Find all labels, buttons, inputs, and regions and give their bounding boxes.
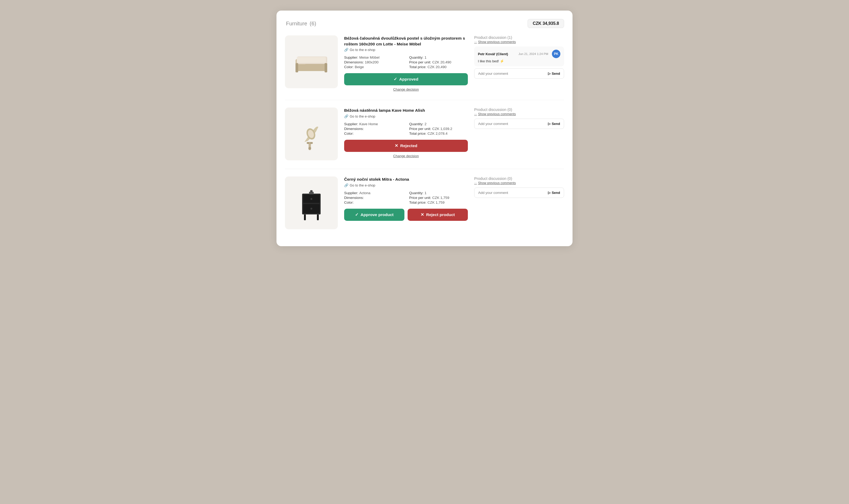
svg-point-11 — [308, 147, 312, 150]
product-meta: Supplier: Kave Home Quantity: 2 Dimensio… — [344, 122, 468, 136]
price-per-unit-field: Price per unit: CZK 1,039.2 — [409, 127, 468, 131]
comment-input[interactable] — [475, 188, 544, 198]
total-price-field: Total price: CZK 20,490 — [409, 65, 468, 69]
discussion-panel: Product discussion (0) ··· Show previous… — [474, 108, 564, 129]
product-details: Černý noční stolek Mitra - Actona 🔗 Go t… — [344, 177, 468, 225]
product-meta: Supplier: Actona Quantity: 1 Dimensions:… — [344, 191, 468, 204]
product-row: Béžová nástěnná lampa Kave Home Alish 🔗 … — [285, 108, 564, 160]
dots-icon: ··· — [474, 112, 477, 116]
approved-button[interactable]: ✓ Approved — [344, 73, 468, 85]
comment-author: Petr Kovář (Client) — [478, 52, 508, 56]
product-name: Černý noční stolek Mitra - Actona — [344, 177, 468, 182]
price-per-unit-field: Price per unit: CZK 1,759 — [409, 196, 468, 200]
send-button[interactable]: ▷ Send — [544, 120, 564, 128]
send-button[interactable]: ▷ Send — [544, 188, 564, 197]
send-icon: ▷ — [548, 191, 551, 195]
link-icon: 🔗 — [344, 48, 348, 52]
comment-input-row: ▷ Send — [474, 187, 564, 198]
product-details: Béžová nástěnná lampa Kave Home Alish 🔗 … — [344, 108, 468, 158]
comment-text: I like this bed! ⚡ — [478, 59, 560, 63]
supplier-field: Supplier: Actona — [344, 191, 403, 195]
color-field: Color: — [344, 200, 403, 204]
main-card: Furniture (6) CZK 34,935.8 Béžová čaloun… — [277, 11, 572, 246]
product-row: Černý noční stolek Mitra - Actona 🔗 Go t… — [285, 177, 564, 229]
discussion-title: Product discussion (0) — [474, 108, 564, 112]
product-image — [293, 43, 330, 80]
send-button[interactable]: ▷ Send — [544, 70, 564, 78]
quantity-field: Quantity: 1 — [409, 55, 468, 59]
color-field: Color: Beige — [344, 65, 403, 69]
category-name: Furniture — [286, 21, 307, 26]
send-icon: ▷ — [548, 72, 551, 75]
check-icon: ✓ — [355, 212, 358, 217]
show-previous-comments[interactable]: ··· Show previous comments — [474, 181, 564, 185]
product-link[interactable]: 🔗 Go to the e-shop — [344, 183, 468, 187]
link-icon: 🔗 — [344, 114, 348, 118]
total-price-field: Total price: CZK 2,078.4 — [409, 131, 468, 136]
page-title: Furniture (6) — [285, 21, 316, 27]
total-price-field: Total price: CZK 1,759 — [409, 200, 468, 204]
comment-input[interactable] — [475, 69, 544, 78]
divider — [285, 100, 564, 100]
product-details: Béžová čalouněná dvoulůžková postel s úl… — [344, 35, 468, 91]
x-icon: ✕ — [395, 143, 398, 148]
svg-rect-18 — [317, 215, 319, 220]
svg-rect-17 — [304, 215, 306, 220]
show-previous-comments[interactable]: ··· Show previous comments — [474, 40, 564, 44]
link-icon: 🔗 — [344, 183, 348, 187]
product-image-box — [285, 177, 338, 229]
supplier-field: Supplier: Meise Möbel — [344, 55, 403, 59]
rejected-button[interactable]: ✕ Rejected — [344, 140, 468, 152]
approve-product-button[interactable]: ✓ Approve product — [344, 209, 404, 221]
product-image — [293, 184, 330, 221]
dimensions-field: Dimensions: — [344, 127, 403, 131]
product-meta: Supplier: Meise Möbel Quantity: 1 Dimens… — [344, 55, 468, 69]
show-previous-comments[interactable]: ··· Show previous comments — [474, 112, 564, 116]
color-field: Color: — [344, 131, 403, 136]
x-icon: ✕ — [421, 212, 424, 217]
send-icon: ▷ — [548, 122, 551, 126]
product-name: Béžová čalouněná dvoulůžková postel s úl… — [344, 35, 468, 47]
comment-input-row: ▷ Send — [474, 68, 564, 79]
discussion-panel: Product discussion (0) ··· Show previous… — [474, 177, 564, 198]
comment-block: Petr Kovář (Client) Jun 21, 2024 1:24 PM… — [474, 47, 564, 66]
quantity-field: Quantity: 1 — [409, 191, 468, 195]
dimensions-field: Dimensions: — [344, 196, 403, 200]
svg-point-15 — [311, 198, 313, 200]
comment-date: Jun 21, 2024 1:24 PM — [518, 52, 548, 55]
product-name: Béžová nástěnná lampa Kave Home Alish — [344, 108, 468, 113]
discussion-title: Product discussion (0) — [474, 177, 564, 181]
quantity-field: Quantity: 2 — [409, 122, 468, 126]
action-pair: ✓ Approve product ✕ Reject product — [344, 209, 468, 223]
check-icon: ✓ — [393, 77, 397, 82]
svg-rect-5 — [297, 57, 326, 63]
svg-rect-3 — [296, 63, 298, 72]
product-link[interactable]: 🔗 Go to the e-shop — [344, 48, 468, 52]
divider — [285, 169, 564, 169]
comment-header: Petr Kovář (Client) Jun 21, 2024 1:24 PM… — [478, 50, 560, 58]
svg-rect-20 — [310, 190, 313, 193]
supplier-field: Supplier: Kave Home — [344, 122, 403, 126]
product-link[interactable]: 🔗 Go to the e-shop — [344, 114, 468, 118]
total-price-badge: CZK 34,935.8 — [528, 19, 564, 28]
comment-input-row: ▷ Send — [474, 119, 564, 129]
category-count: (6) — [310, 21, 316, 26]
dots-icon: ··· — [474, 181, 477, 185]
dimensions-field: Dimensions: 180x200 — [344, 60, 403, 64]
avatar: PK — [552, 50, 560, 58]
svg-rect-4 — [324, 63, 327, 72]
price-per-unit-field: Price per unit: CZK 20,490 — [409, 60, 468, 64]
change-decision-link[interactable]: Change decision — [344, 87, 468, 91]
product-image — [293, 115, 330, 152]
comment-input[interactable] — [475, 119, 544, 129]
header-row: Furniture (6) CZK 34,935.8 — [285, 19, 564, 28]
change-decision-link[interactable]: Change decision — [344, 154, 468, 158]
svg-point-16 — [311, 208, 313, 210]
product-image-box — [285, 35, 338, 88]
dots-icon: ··· — [474, 40, 477, 44]
product-row: Béžová čalouněná dvoulůžková postel s úl… — [285, 35, 564, 91]
reject-product-button[interactable]: ✕ Reject product — [408, 209, 468, 221]
discussion-panel: Product discussion (1) ··· Show previous… — [474, 35, 564, 79]
discussion-title: Product discussion (1) — [474, 35, 564, 40]
product-image-box — [285, 108, 338, 160]
